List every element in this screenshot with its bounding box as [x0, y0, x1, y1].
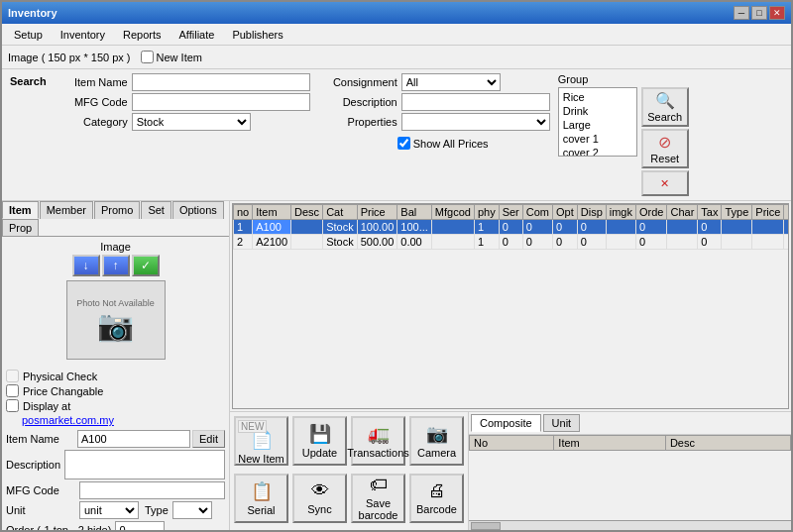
reset-btn-label: Reset	[650, 153, 679, 164]
group-item-cover1[interactable]: cover 1	[561, 132, 634, 146]
price-changable-checkbox[interactable]	[6, 384, 19, 397]
image-down-button[interactable]: ↓	[72, 255, 100, 276]
category-select[interactable]: Stock	[132, 113, 251, 131]
col-mem: mem	[784, 205, 789, 220]
barcode-button[interactable]: 🖨 Barcode	[409, 474, 464, 523]
display-at-checkbox[interactable]	[6, 399, 19, 412]
scrollbar-thumb[interactable]	[471, 522, 501, 530]
mfg-code-input[interactable]	[132, 93, 310, 111]
tab-prop[interactable]: Prop	[2, 219, 39, 236]
website-link[interactable]: posmarket.com.my	[22, 414, 114, 426]
table-row[interactable]: 2 A2100 Stock 500.00 0.00 1 0 0 0 0	[234, 235, 790, 250]
physical-check-row: Physical Check	[6, 370, 225, 382]
serial-button[interactable]: 📋 Serial	[234, 474, 288, 523]
menu-inventory[interactable]: Inventory	[53, 27, 113, 43]
group-item-rice[interactable]: Rice	[561, 90, 634, 104]
show-all-prices-label: Show All Prices	[413, 138, 489, 150]
save-barcode-button[interactable]: 🏷 Save barcode	[351, 474, 405, 523]
col-item: Item	[253, 205, 291, 220]
window-title: Inventory	[8, 7, 57, 19]
tab-options[interactable]: Options	[172, 201, 224, 219]
order-input[interactable]	[115, 521, 165, 530]
cell-bal: 0.00	[397, 235, 432, 250]
composite-data-table: No Item Desc	[469, 435, 791, 451]
col-com: Com	[522, 205, 552, 220]
tab-promo[interactable]: Promo	[94, 201, 140, 219]
mfg-code-form-row: MFG Code	[6, 481, 225, 499]
cell-mfgcod	[431, 220, 474, 235]
description-textarea[interactable]	[64, 450, 225, 479]
item-name-input[interactable]	[132, 73, 310, 91]
menu-reports[interactable]: Reports	[115, 27, 170, 43]
cell-desc	[291, 235, 323, 250]
image-up-button[interactable]: ↑	[102, 255, 130, 276]
cell-disp: 0	[577, 235, 606, 250]
consignment-label: Consignment	[318, 76, 397, 88]
group-label: Group	[558, 73, 689, 85]
cell-char	[667, 235, 698, 250]
cell-ser: 0	[499, 220, 522, 235]
col-ser: Ser	[499, 205, 522, 220]
sync-button[interactable]: 👁 Sync	[292, 474, 347, 523]
properties-select[interactable]	[401, 113, 550, 131]
col-orde: Orde	[636, 205, 667, 220]
description-input[interactable]	[401, 93, 550, 111]
data-table[interactable]: no Item Desc Cat Price Bal Mfgcod phy Se…	[232, 203, 789, 409]
show-all-row: Show All Prices	[318, 137, 550, 150]
group-list[interactable]: Rice Drink Large cover 1 cover 2	[558, 87, 637, 157]
unit-select[interactable]: unit	[79, 501, 139, 519]
item-name-form-row: Item Name Edit	[6, 430, 225, 448]
unit-tab[interactable]: Unit	[543, 414, 581, 432]
composite-tab[interactable]: Composite	[471, 414, 541, 432]
show-all-prices-checkbox[interactable]	[397, 137, 410, 150]
menu-bar: Setup Inventory Reports Affiliate Publis…	[2, 24, 791, 46]
col-disp: Disp	[577, 205, 606, 220]
unit-type-row: Unit unit Type	[6, 501, 225, 519]
search-label-header: Search	[10, 73, 47, 87]
type-select[interactable]	[172, 501, 212, 519]
edit-button[interactable]: Edit	[192, 430, 225, 448]
header-row: no Item Desc Cat Price Bal Mfgcod phy Se…	[234, 205, 790, 220]
close-search-icon: ✕	[660, 177, 669, 190]
close-search-button[interactable]: ✕	[641, 170, 689, 196]
table-row[interactable]: 1 A100 Stock 100.00 100... 1 0 0 0 0	[234, 220, 790, 235]
search-button[interactable]: 🔍 Search	[641, 87, 689, 127]
tab-item[interactable]: Item	[2, 201, 39, 219]
menu-setup[interactable]: Setup	[6, 27, 51, 43]
group-item-drink[interactable]: Drink	[561, 104, 634, 118]
horizontal-scrollbar[interactable]	[469, 520, 791, 530]
composite-table-container: No Item Desc	[469, 435, 791, 520]
maximize-button[interactable]: □	[751, 6, 767, 20]
close-button[interactable]: ✕	[769, 6, 785, 20]
transactions-button[interactable]: 🚛 Transactions	[351, 416, 405, 466]
bottom-area: NEW 📄 New Item 💾 Update 🚛 Transactions 📷	[230, 411, 791, 530]
new-item-button[interactable]: NEW 📄 New Item	[234, 416, 288, 466]
group-item-cover2[interactable]: cover 2	[561, 146, 634, 157]
mfg-code-form-input[interactable]	[79, 481, 225, 499]
mfg-code-label: MFG Code	[58, 96, 128, 108]
item-name-form-input[interactable]	[77, 430, 190, 448]
menu-affiliate[interactable]: Affiliate	[171, 27, 223, 43]
minimize-button[interactable]: ─	[734, 6, 749, 20]
camera-button[interactable]: 📷 Camera	[409, 416, 464, 466]
tab-member[interactable]: Member	[40, 201, 93, 219]
image-checkboxes: Physical Check Price Changable Display a…	[6, 370, 225, 426]
consignment-select[interactable]: All	[401, 73, 501, 91]
tab-set[interactable]: Set	[141, 201, 171, 219]
new-item-checkbox[interactable]	[141, 51, 154, 63]
transactions-icon: 🚛	[368, 423, 390, 445]
menu-publishers[interactable]: Publishers	[224, 27, 290, 43]
composite-panel: Composite Unit No Item Desc	[468, 412, 791, 530]
update-button[interactable]: 💾 Update	[292, 416, 347, 466]
group-item-large[interactable]: Large	[561, 118, 634, 132]
mfg-code-row: MFG Code	[58, 93, 310, 111]
image-check-button[interactable]: ✓	[132, 255, 160, 276]
cell-price2	[752, 220, 784, 235]
cell-price: 100.00	[357, 220, 397, 235]
reset-button[interactable]: ⊘ Reset	[641, 129, 689, 168]
barcode-icon: 🖨	[428, 480, 446, 501]
category-label: Category	[58, 116, 128, 128]
description-form-row: Description	[6, 450, 225, 479]
image-label: Image	[6, 241, 225, 253]
physical-check-checkbox[interactable]	[6, 370, 19, 382]
